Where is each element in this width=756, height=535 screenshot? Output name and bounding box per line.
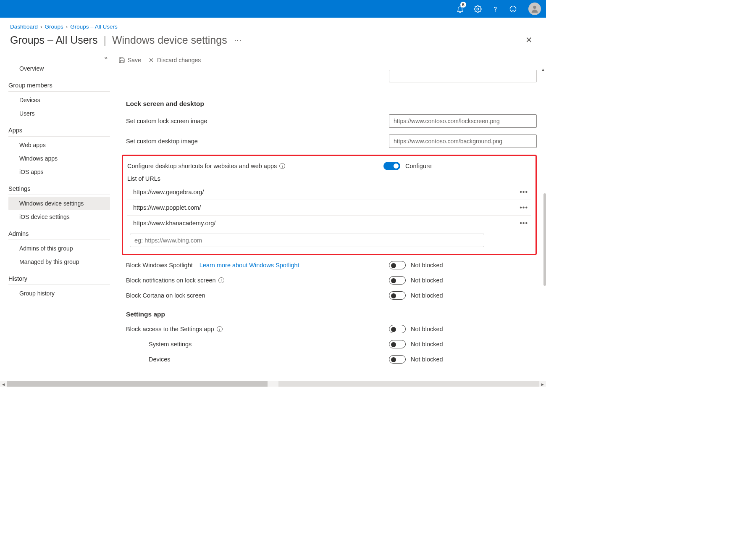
sidebar-item-ios-apps[interactable]: iOS apps — [8, 165, 110, 179]
content: Save Discard changes ▲ Lock screen and d… — [113, 53, 546, 385]
sidebar-item-windows-device-settings[interactable]: Windows device settings — [8, 197, 110, 210]
label-system-settings: System settings — [126, 341, 192, 348]
dropdown-stub[interactable] — [389, 70, 537, 82]
label-lock-screen-image: Set custom lock screen image — [126, 118, 207, 124]
svg-point-0 — [477, 8, 479, 10]
highlighted-shortcuts-box: Configure desktop shortcuts for websites… — [122, 155, 537, 255]
close-icon[interactable]: ✕ — [522, 33, 536, 47]
svg-point-2 — [510, 6, 516, 12]
sidebar-item-ios-device-settings[interactable]: iOS device settings — [8, 210, 110, 224]
toggle-label-cortana: Not blocked — [411, 292, 443, 299]
url-text: https://www.popplet.com/ — [133, 204, 201, 211]
save-button[interactable]: Save — [118, 57, 141, 63]
breadcrumb-item[interactable]: Groups — [45, 24, 63, 30]
toggle-label-configure: Configure — [405, 163, 432, 169]
feedback-icon[interactable] — [505, 1, 521, 17]
url-row: https://www.geogebra.org/ ••• — [127, 184, 531, 200]
more-icon[interactable]: ••• — [520, 188, 528, 196]
more-actions-icon[interactable]: ⋯ — [234, 35, 242, 45]
topbar: 6 — [0, 0, 546, 18]
vertical-scrollbar-thumb[interactable] — [543, 193, 546, 286]
scroll-up-icon[interactable]: ▲ — [541, 67, 545, 72]
toggle-block-spotlight[interactable] — [389, 261, 406, 269]
list-header-urls: List of URLs — [127, 174, 531, 184]
notification-badge: 6 — [460, 2, 466, 8]
scrollbar-thumb[interactable] — [7, 381, 268, 387]
sidebar-section-apps: Apps — [8, 123, 110, 137]
input-add-url[interactable] — [130, 234, 484, 247]
avatar[interactable] — [528, 3, 541, 15]
breadcrumb-item[interactable]: Dashboard — [10, 24, 38, 30]
label-configure-shortcuts: Configure desktop shortcuts for websites… — [127, 163, 285, 169]
section-title-lock-screen: Lock screen and desktop — [126, 100, 537, 108]
url-text: https://www.khanacademy.org/ — [133, 220, 215, 227]
label-block-notifications: Block notifications on lock screen i — [126, 277, 224, 284]
label-devices-settings: Devices — [126, 356, 171, 363]
url-row: https://www.khanacademy.org/ ••• — [127, 216, 531, 231]
sidebar-item-devices[interactable]: Devices — [8, 93, 110, 107]
toggle-label-devices: Not blocked — [411, 356, 443, 363]
svg-point-3 — [533, 6, 536, 9]
sidebar-item-admins-of-group[interactable]: Admins of this group — [8, 242, 110, 255]
toggle-configure-shortcuts[interactable] — [383, 162, 400, 170]
discard-button[interactable]: Discard changes — [148, 57, 201, 63]
input-lock-screen-image[interactable] — [389, 114, 537, 128]
section-title-settings-app: Settings app — [126, 311, 537, 318]
toggle-block-settings-app[interactable] — [389, 325, 406, 333]
label-block-spotlight: Block Windows Spotlight Learn more about… — [126, 262, 299, 269]
sidebar-section-history: History — [8, 271, 110, 285]
url-list: https://www.geogebra.org/ ••• https://ww… — [127, 184, 531, 231]
url-row: https://www.popplet.com/ ••• — [127, 200, 531, 216]
sidebar-item-managed-by-group[interactable]: Managed by this group — [8, 255, 110, 269]
sidebar-item-users[interactable]: Users — [8, 107, 110, 120]
more-icon[interactable]: ••• — [520, 219, 528, 227]
toggle-label-system: Not blocked — [411, 341, 443, 348]
page-title: Groups – All Users | Windows device sett… — [10, 34, 242, 46]
toggle-label-settings-app: Not blocked — [411, 326, 443, 332]
page-title-row: Groups – All Users | Windows device sett… — [0, 32, 546, 53]
toggle-label-notifications: Not blocked — [411, 277, 443, 284]
url-text: https://www.geogebra.org/ — [133, 189, 204, 195]
sidebar: « Overview Group members Devices Users A… — [0, 53, 113, 385]
notifications-icon[interactable]: 6 — [452, 1, 468, 17]
sidebar-section-admins: Admins — [8, 226, 110, 240]
breadcrumb: Dashboard › Groups › Groups – All Users — [0, 18, 546, 32]
main-scroll[interactable]: ▲ Lock screen and desktop Set custom loc… — [113, 67, 546, 385]
scroll-right-icon[interactable]: ► — [539, 381, 546, 387]
toolbar: Save Discard changes — [113, 53, 546, 67]
toggle-devices-settings[interactable] — [389, 355, 406, 364]
info-icon[interactable]: i — [279, 163, 285, 169]
label-block-cortana: Block Cortana on lock screen — [126, 292, 205, 299]
info-icon[interactable]: i — [218, 277, 224, 283]
input-desktop-image[interactable] — [389, 134, 537, 148]
sidebar-item-web-apps[interactable]: Web apps — [8, 138, 110, 152]
settings-icon[interactable] — [470, 1, 486, 17]
sidebar-section-group-members: Group members — [8, 78, 110, 92]
info-icon[interactable]: i — [217, 326, 223, 332]
scroll-left-icon[interactable]: ◄ — [0, 381, 7, 387]
svg-point-1 — [495, 11, 495, 11]
help-icon[interactable] — [487, 1, 503, 17]
more-icon[interactable]: ••• — [520, 204, 528, 211]
label-desktop-image: Set custom desktop image — [126, 138, 198, 145]
toggle-label-spotlight: Not blocked — [411, 262, 443, 269]
link-spotlight-learn-more[interactable]: Learn more about Windows Spotlight — [200, 262, 299, 269]
collapse-sidebar-icon[interactable]: « — [104, 54, 108, 61]
toggle-system-settings[interactable] — [389, 340, 406, 348]
breadcrumb-item[interactable]: Groups – All Users — [70, 24, 118, 30]
label-block-settings-app: Block access to the Settings app i — [126, 326, 223, 332]
toggle-block-notifications[interactable] — [389, 276, 406, 285]
horizontal-scrollbar[interactable]: ◄ ► — [0, 381, 546, 387]
toggle-block-cortana[interactable] — [389, 291, 406, 300]
sidebar-item-windows-apps[interactable]: Windows apps — [8, 152, 110, 165]
sidebar-item-overview[interactable]: Overview — [8, 62, 110, 75]
sidebar-item-group-history[interactable]: Group history — [8, 287, 110, 300]
sidebar-section-settings: Settings — [8, 181, 110, 195]
